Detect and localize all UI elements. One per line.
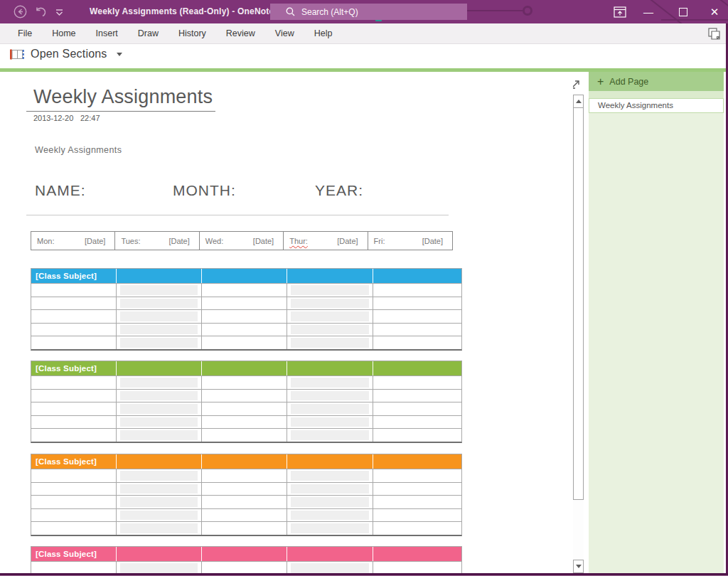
class-table-cell[interactable] bbox=[202, 402, 287, 415]
class-table-cell[interactable] bbox=[202, 495, 287, 508]
class-table-cell[interactable] bbox=[31, 336, 117, 349]
vertical-scrollbar[interactable] bbox=[573, 95, 584, 573]
class-table-cell[interactable] bbox=[202, 375, 287, 389]
class-table-header-cell[interactable] bbox=[287, 454, 373, 469]
class-table-cell[interactable] bbox=[287, 508, 373, 522]
class-table-cell[interactable] bbox=[31, 297, 117, 310]
add-page-button[interactable]: + Add Page bbox=[589, 72, 724, 91]
class-table-cell[interactable] bbox=[117, 402, 202, 415]
menu-draw[interactable]: Draw bbox=[128, 23, 168, 44]
class-table-cell[interactable] bbox=[373, 415, 461, 429]
class-table-cell[interactable] bbox=[287, 482, 373, 496]
class-table-header-cell[interactable] bbox=[117, 269, 202, 283]
back-button[interactable] bbox=[12, 0, 28, 23]
name-field-label[interactable]: NAME: bbox=[35, 182, 86, 199]
class-table-header-cell[interactable]: [Class Subject] bbox=[31, 454, 117, 469]
class-table-header-cell[interactable] bbox=[117, 361, 202, 375]
class-table-cell[interactable] bbox=[117, 469, 202, 482]
menu-insert[interactable]: Insert bbox=[86, 23, 128, 44]
class-table-cell[interactable] bbox=[117, 323, 202, 336]
class-table-cell[interactable] bbox=[202, 309, 287, 323]
class-table-cell[interactable] bbox=[117, 428, 202, 442]
close-button[interactable]: ✕ bbox=[703, 0, 726, 23]
full-page-view-icon[interactable] bbox=[707, 27, 721, 43]
year-field-label[interactable]: YEAR: bbox=[315, 182, 363, 199]
class-table-cell[interactable] bbox=[31, 469, 117, 482]
menu-file[interactable]: File bbox=[8, 23, 42, 44]
class-table-cell[interactable] bbox=[31, 561, 117, 573]
class-table-cell[interactable] bbox=[287, 389, 373, 402]
class-table-cell[interactable] bbox=[202, 561, 287, 573]
class-table-cell[interactable] bbox=[117, 508, 202, 522]
class-table-cell[interactable] bbox=[287, 428, 373, 442]
menu-home[interactable]: Home bbox=[42, 23, 85, 44]
class-table-cell[interactable] bbox=[202, 336, 287, 349]
class-table-cell[interactable] bbox=[373, 336, 461, 349]
minimize-button[interactable]: — bbox=[638, 0, 659, 23]
class-table-header-cell[interactable] bbox=[373, 361, 461, 375]
class-table[interactable]: [Class Subject] bbox=[31, 361, 462, 443]
class-table-header-cell[interactable] bbox=[202, 269, 287, 283]
class-table-cell[interactable] bbox=[287, 402, 373, 415]
class-table[interactable]: [Class Subject] bbox=[31, 546, 462, 573]
class-table-cell[interactable] bbox=[117, 297, 202, 310]
class-table-cell[interactable] bbox=[287, 297, 373, 310]
class-table-cell[interactable] bbox=[31, 482, 117, 496]
page-subtitle[interactable]: Weekly Assignments bbox=[35, 145, 122, 155]
class-table-cell[interactable] bbox=[202, 297, 287, 310]
class-table-cell[interactable] bbox=[31, 309, 117, 323]
class-table-cell[interactable] bbox=[287, 521, 373, 535]
menu-review[interactable]: Review bbox=[216, 23, 265, 44]
class-table-cell[interactable] bbox=[287, 283, 373, 297]
class-table-cell[interactable] bbox=[117, 521, 202, 535]
class-table[interactable]: [Class Subject] bbox=[31, 268, 462, 351]
class-table-cell[interactable] bbox=[373, 309, 461, 323]
class-table-cell[interactable] bbox=[373, 283, 461, 297]
class-table-cell[interactable] bbox=[373, 469, 461, 482]
menu-view[interactable]: View bbox=[265, 23, 304, 44]
class-table-cell[interactable] bbox=[373, 561, 461, 573]
ribbon-display-options-button[interactable] bbox=[609, 0, 631, 23]
week-header-table[interactable]: Mon:[Date]Tues:[Date]Wed:[Date]Thur:[Dat… bbox=[31, 231, 453, 250]
class-table-header-cell[interactable] bbox=[117, 454, 202, 469]
class-table-header-cell[interactable] bbox=[117, 547, 202, 561]
class-table-cell[interactable] bbox=[202, 469, 287, 482]
class-table-header-cell[interactable] bbox=[373, 454, 461, 469]
class-table-cell[interactable] bbox=[202, 521, 287, 535]
week-day-cell[interactable]: Thur:[Date] bbox=[284, 232, 368, 250]
titlebar-search-box[interactable]: Search (Alt+Q) bbox=[270, 4, 467, 20]
class-table-cell[interactable] bbox=[117, 309, 202, 323]
week-day-cell[interactable]: Wed:[Date] bbox=[200, 232, 284, 250]
scroll-down-button[interactable] bbox=[573, 560, 584, 573]
undo-button[interactable] bbox=[33, 0, 48, 23]
page-title[interactable]: Weekly Assignments bbox=[33, 86, 213, 108]
maximize-button[interactable] bbox=[673, 0, 694, 23]
class-table-cell[interactable] bbox=[31, 283, 117, 297]
class-table-cell[interactable] bbox=[31, 389, 117, 402]
class-table-cell[interactable] bbox=[373, 389, 461, 402]
class-table-cell[interactable] bbox=[202, 389, 287, 402]
class-table-header-cell[interactable] bbox=[373, 547, 461, 561]
class-table-cell[interactable] bbox=[117, 336, 202, 349]
page-list-item[interactable]: Weekly Assignments bbox=[589, 98, 724, 113]
class-table-cell[interactable] bbox=[373, 375, 461, 389]
class-table-cell[interactable] bbox=[202, 323, 287, 336]
class-table-cell[interactable] bbox=[287, 415, 373, 429]
class-table-header-cell[interactable] bbox=[202, 454, 287, 469]
class-table-cell[interactable] bbox=[373, 495, 461, 508]
class-table-cell[interactable] bbox=[287, 309, 373, 323]
class-table-cell[interactable] bbox=[202, 482, 287, 496]
menu-history[interactable]: History bbox=[168, 23, 216, 44]
class-table-cell[interactable] bbox=[373, 521, 461, 535]
class-table-cell[interactable] bbox=[373, 482, 461, 496]
class-table-cell[interactable] bbox=[31, 521, 117, 535]
class-table-cell[interactable] bbox=[117, 482, 202, 496]
class-table-cell[interactable] bbox=[31, 495, 117, 508]
class-table-header-cell[interactable]: [Class Subject] bbox=[31, 547, 117, 561]
week-day-cell[interactable]: Fri:[Date] bbox=[368, 232, 452, 250]
month-field-label[interactable]: MONTH: bbox=[173, 182, 236, 199]
class-table-cell[interactable] bbox=[373, 508, 461, 522]
class-table-header-cell[interactable] bbox=[202, 547, 287, 561]
menu-help[interactable]: Help bbox=[304, 23, 343, 44]
week-day-cell[interactable]: Tues:[Date] bbox=[115, 232, 199, 250]
